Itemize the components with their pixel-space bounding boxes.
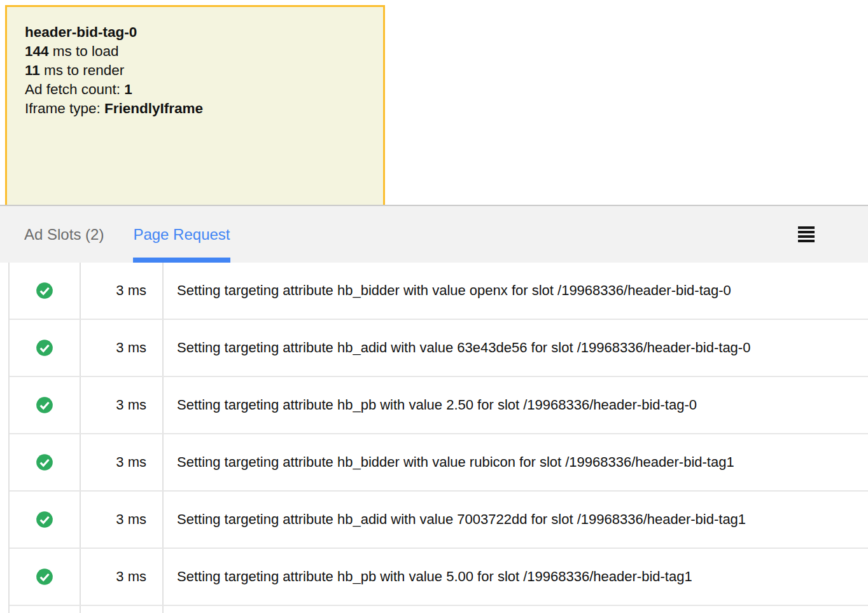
slot-render-time: 11 ms to render: [25, 61, 365, 80]
log-row: 3 ms Setting targeting attribute hb_pb w…: [10, 549, 868, 606]
success-check-icon: [36, 282, 53, 300]
log-row: 3 ms Setting targeting attribute hb_bidd…: [10, 263, 868, 320]
elapsed-time: 3 ms: [81, 377, 164, 433]
publisher-console-panel: Ad Slots (2) Page Request 3 ms Setting t…: [0, 205, 868, 613]
load-ms-value: 144: [25, 43, 49, 59]
status-cell: [10, 320, 81, 376]
console-menu-button[interactable]: [798, 226, 816, 244]
success-check-icon: [36, 568, 53, 586]
success-check-icon: [36, 339, 53, 357]
log-message: Setting targeting attribute hb_adid with…: [164, 320, 868, 376]
slot-fetch-count: Ad fetch count: 1: [25, 80, 365, 99]
tab-page-request[interactable]: Page Request: [133, 206, 230, 263]
slot-load-time: 144 ms to load: [25, 42, 365, 61]
iframe-type-label: Iframe type:: [25, 100, 104, 116]
slot-name: header-bid-tag-0: [25, 23, 365, 42]
log-row: 3 ms Setting targeting attribute hb_adid…: [10, 492, 868, 549]
slot-iframe-type: Iframe type: FriendlyIframe: [25, 99, 365, 118]
log-message: Setting targeting attribute hb_pb with v…: [164, 377, 868, 433]
log-message: [164, 606, 868, 613]
status-cell: [10, 377, 81, 433]
console-tab-bar: Ad Slots (2) Page Request: [0, 205, 868, 263]
iframe-type-value: FriendlyIframe: [104, 100, 203, 116]
success-check-icon: [36, 396, 53, 414]
log-message: Setting targeting attribute hb_pb with v…: [164, 549, 868, 605]
status-cell: [10, 263, 81, 319]
log-row: 3 ms Setting targeting attribute hb_pb w…: [10, 377, 868, 434]
elapsed-time: 3 ms: [81, 320, 164, 376]
page-request-log-table: 3 ms Setting targeting attribute hb_bidd…: [8, 263, 868, 613]
log-row: 3 ms Setting targeting attribute hb_adid…: [10, 320, 868, 377]
status-cell: [10, 434, 81, 490]
render-ms-label: ms to render: [40, 62, 125, 78]
log-message: Setting targeting attribute hb_bidder wi…: [164, 434, 868, 490]
elapsed-time: 3 ms: [81, 434, 164, 490]
status-cell: [10, 549, 81, 605]
fetch-count-label: Ad fetch count:: [25, 81, 124, 97]
load-ms-label: ms to load: [49, 43, 119, 59]
log-row: 3 ms Setting targeting attribute hb_bidd…: [10, 434, 868, 492]
elapsed-time: 3 ms: [81, 549, 164, 605]
elapsed-time: [81, 606, 164, 613]
elapsed-time: 3 ms: [81, 263, 164, 319]
success-check-icon: [36, 453, 53, 471]
ad-slot-overlay: header-bid-tag-0 144 ms to load 11 ms to…: [5, 5, 385, 215]
log-message: Setting targeting attribute hb_bidder wi…: [164, 263, 868, 319]
fetch-count-value: 1: [124, 81, 132, 97]
elapsed-time: 3 ms: [81, 492, 164, 548]
render-ms-value: 11: [25, 62, 40, 78]
tab-ad-slots[interactable]: Ad Slots (2): [24, 206, 104, 263]
log-row-partial: [10, 606, 868, 613]
log-message: Setting targeting attribute hb_adid with…: [164, 492, 868, 548]
status-cell: [10, 606, 81, 613]
success-check-icon: [36, 511, 53, 528]
list-menu-icon: [798, 226, 816, 242]
status-cell: [10, 492, 81, 548]
